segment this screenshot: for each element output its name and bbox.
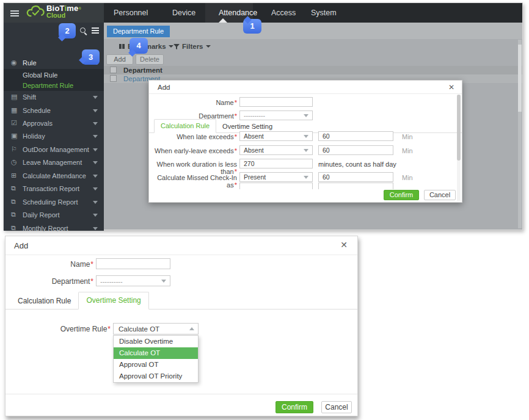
callout-badge-1: 1 [243,19,261,34]
chevron-up-icon [189,327,194,330]
form-row: When work duration is less than* minutes… [149,159,462,169]
sidebar-item-monthly-report[interactable]: ⧉ Monthly Report [4,222,104,234]
missed-checkin-minutes-field[interactable] [318,172,393,182]
funnel-icon [173,44,180,49]
chevron-down-icon [93,214,98,217]
nav-attendance[interactable]: Attendance [219,9,257,17]
chevron-down-icon [93,227,98,230]
sidebar-item-approvals[interactable]: ☑ Approvals [4,117,104,129]
name-field[interactable] [239,97,313,107]
window-scrollbar[interactable] [518,40,522,228]
missed-checkin-select[interactable]: Present [239,172,313,182]
tab-calculation-rule[interactable]: Calculation Rule [10,293,78,310]
clipped-select[interactable] [239,183,313,189]
close-icon[interactable]: ✕ [340,240,348,250]
overtime-rule-select[interactable]: Calculate OT [113,323,199,335]
report-icon: ⧉ [11,211,16,219]
dialog-title: Add [158,84,170,91]
row-checkbox[interactable] [110,75,117,82]
confirm-button[interactable]: Confirm [384,190,419,200]
chevron-down-icon [169,45,173,48]
dialog-tabbar: Calculation Rule Overtime Setting [5,292,357,310]
chevron-down-icon [93,122,98,125]
option-calculate-ot[interactable]: Calculate OT [114,347,198,359]
search-icon[interactable] [80,27,86,33]
unit-label: Min [402,174,413,181]
chevron-down-icon [93,175,98,178]
sidebar-item-scheduling-report[interactable]: ⧉ Scheduling Report [4,196,104,208]
nav-personnel[interactable]: Personnel [114,9,148,17]
add-dialog-calculation: Add ✕ Name* Department* ---------- Calcu… [148,80,462,203]
rule-icon: ◉ [11,59,17,67]
cancel-button[interactable]: Cancel [424,190,456,200]
sidebar-item-holiday[interactable]: ▣ Holiday [4,130,104,142]
close-icon[interactable]: ✕ [448,83,454,92]
sidebar-item-leave-management[interactable]: ◷ Leave Management [4,156,104,168]
chevron-down-icon [304,176,308,179]
sidebar-item-schedule[interactable]: ▦ Schedule [4,104,104,117]
divider [149,93,462,94]
delete-button[interactable]: Delete [136,54,164,65]
table-header-row: Department [104,66,522,74]
chevron-down-icon [304,149,308,152]
cancel-button[interactable]: Cancel [321,401,352,413]
report-icon: ⧉ [11,224,16,232]
add-dialog-overtime: Add ✕ Name* Department* ---------- Calcu… [5,236,358,416]
calculator-icon: ⊞ [11,172,16,179]
rule-submenu: Global Rule Department Rule [4,69,104,91]
sidebar-item-shift[interactable]: ▤ Shift [4,91,104,103]
window-scrollbar-thumb[interactable] [518,45,522,112]
chevron-down-icon [93,96,98,99]
calendar-icon: ▤ [11,93,17,101]
filters-dropdown[interactable]: Filters [173,43,211,50]
name-label: Name* [5,260,93,269]
sidebar-item-calculate-attendance[interactable]: ⊞ Calculate Attendance [4,170,104,182]
calendar-plus-icon: ▣ [11,132,17,140]
sidebar-item-department-rule[interactable]: Department Rule [4,81,104,91]
select-all-checkbox[interactable] [110,67,117,73]
callout-badge-2: 2 [59,23,76,38]
tab-overtime-setting[interactable]: Overtime Setting [78,292,148,310]
form-row: Calculate Missed Check-In as* Present Mi… [149,172,462,183]
sidebar-item-transaction-report[interactable]: ⧉ Transaction Report [4,183,104,195]
tab-department-rule[interactable]: Department Rule [107,26,170,37]
divider [5,394,357,394]
confirm-button[interactable]: Confirm [275,401,313,413]
early-leave-select[interactable]: Absent [239,145,313,155]
early-leave-minutes-field[interactable] [318,145,393,155]
chevron-down-icon [93,187,98,190]
book-icon [119,43,125,49]
sidebar-item-outdoor-management[interactable]: ⚐ OutDoor Management [4,143,104,156]
nav-access[interactable]: Access [271,9,296,17]
callout-badge-4: 4 [130,38,148,54]
cloud-logo-icon [26,5,45,22]
menu-icon[interactable] [10,10,19,12]
list-icon[interactable] [92,27,99,29]
calendar-grid-icon: ▦ [11,106,17,114]
option-approval-ot-priority[interactable]: Approval OT Priority [114,371,198,382]
sidebar-item-global-rule[interactable]: Global Rule [4,70,104,81]
toolbar: Bookmarks Filters [104,39,522,56]
dialog-scrollbar[interactable] [457,95,461,201]
option-approval-ot[interactable]: Approval OT [114,359,198,371]
name-field[interactable] [96,258,170,269]
callout-badge-3: 3 [82,49,100,65]
sidebar-item-daily-report[interactable]: ⧉ Daily Report [4,209,104,221]
department-select[interactable]: ---------- [96,275,170,286]
nav-device[interactable]: Device [172,9,195,17]
report-icon: ⧉ [11,184,16,192]
add-button[interactable]: Add [106,54,133,65]
dialog-title: Add [14,241,28,250]
option-disable-overtime[interactable]: Disable Overtime [114,336,198,347]
report-icon: ⧉ [11,198,16,206]
app-window: BioTime® Cloud Personnel Device Attendan… [3,2,523,230]
late-exceeds-minutes-field[interactable] [318,131,393,141]
clipped-field[interactable] [318,183,393,189]
name-label: Name* [149,99,237,106]
work-duration-minutes-field[interactable] [239,159,313,168]
dialog-scrollbar-thumb[interactable] [457,95,461,161]
checkbox-icon: ☑ [11,119,17,127]
late-exceeds-select[interactable]: Absent [239,131,313,141]
chevron-down-icon [93,161,98,164]
nav-system[interactable]: System [311,9,337,17]
